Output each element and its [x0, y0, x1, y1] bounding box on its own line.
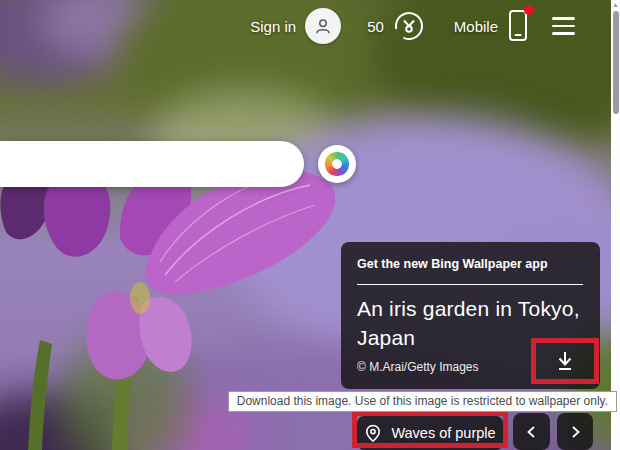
notification-dot	[524, 5, 534, 15]
download-image-button[interactable]	[536, 343, 594, 379]
hamburger-menu-icon[interactable]	[552, 17, 576, 35]
person-icon	[313, 16, 333, 36]
bing-homepage: Sign in 50 Mobile	[0, 0, 620, 450]
avatar[interactable]	[305, 8, 341, 44]
image-location-label: Waves of purple	[391, 425, 495, 441]
copilot-icon	[325, 152, 349, 176]
rewards-points: 50	[367, 18, 384, 35]
sign-in-label: Sign in	[250, 18, 296, 35]
wallpaper-app-promo-link[interactable]: Get the new Bing Wallpaper app	[357, 257, 584, 271]
next-image-button[interactable]	[557, 413, 593, 450]
image-title-line1: An iris garden in Tokyo,	[357, 294, 584, 323]
copilot-button[interactable]	[318, 145, 356, 183]
scrollbar-thumb[interactable]	[613, 11, 619, 114]
smartphone-icon	[508, 8, 530, 44]
scroll-up-arrow-icon[interactable]: ▲	[612, 1, 619, 9]
previous-image-button[interactable]	[513, 413, 550, 450]
medal-ring-icon	[394, 11, 424, 41]
download-tooltip: Download this image. Use of this image i…	[228, 391, 617, 412]
image-location-button[interactable]: Waves of purple	[357, 416, 503, 450]
rewards-button[interactable]: 50	[367, 11, 424, 41]
download-arrow-icon	[552, 348, 578, 374]
sign-in-button[interactable]: Sign in	[250, 8, 341, 44]
chevron-right-icon	[565, 422, 585, 442]
map-pin-icon	[364, 424, 382, 443]
mobile-button[interactable]: Mobile	[454, 8, 530, 44]
chevron-left-icon	[522, 422, 542, 442]
panel-divider	[357, 284, 583, 285]
search-bar[interactable]	[0, 141, 304, 187]
top-navigation-bar: Sign in 50 Mobile	[250, 6, 576, 46]
search-input[interactable]	[20, 156, 280, 173]
mobile-label: Mobile	[454, 18, 498, 35]
